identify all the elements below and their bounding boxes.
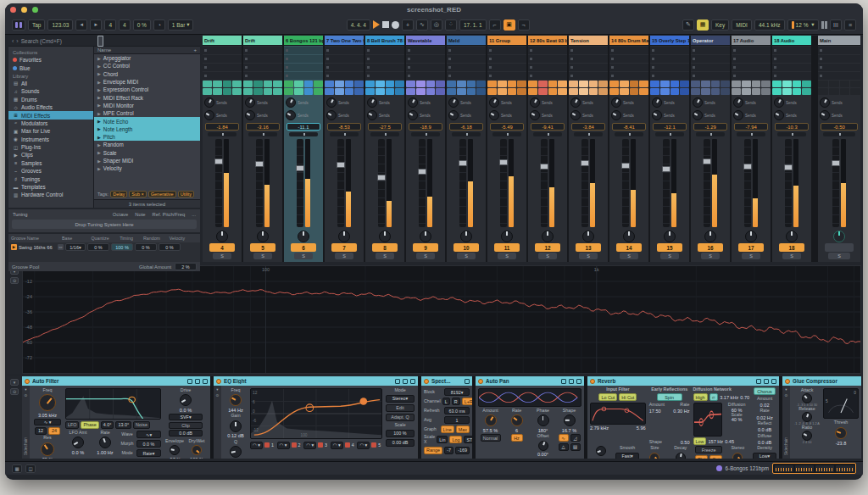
close-device-icon[interactable] bbox=[203, 379, 208, 384]
clip[interactable] bbox=[829, 81, 839, 87]
range-hi-field[interactable]: -7 bbox=[444, 447, 453, 454]
groove-name[interactable]: Swing 16ths 66 bbox=[19, 245, 56, 250]
browser-forward-icon[interactable]: › bbox=[16, 38, 18, 44]
track-header[interactable]: 11 Group bbox=[487, 36, 526, 46]
clip[interactable] bbox=[840, 81, 850, 87]
clip-slot[interactable] bbox=[284, 72, 323, 80]
track-header[interactable]: Tension bbox=[569, 36, 608, 46]
fold-device-icon[interactable]: ▾ bbox=[25, 387, 26, 392]
pan-knob[interactable] bbox=[257, 231, 269, 242]
pan-slider[interactable] bbox=[208, 132, 236, 136]
close-device-icon[interactable] bbox=[771, 379, 776, 384]
clip[interactable] bbox=[476, 88, 486, 95]
clip[interactable] bbox=[213, 88, 222, 95]
filter-freq-value[interactable]: 3.05 kHz bbox=[38, 413, 57, 418]
scale-log-button[interactable]: Log bbox=[449, 436, 462, 443]
send-knob[interactable] bbox=[820, 97, 830, 108]
pan-knob[interactable] bbox=[542, 231, 554, 242]
clip-slot[interactable] bbox=[365, 47, 404, 54]
pan-knob[interactable] bbox=[745, 231, 757, 242]
re-enable-automation-button[interactable]: ⁘ bbox=[445, 19, 457, 31]
clip-slot[interactable] bbox=[243, 72, 282, 80]
filter-freq-knob[interactable] bbox=[39, 394, 56, 411]
hot-swap-icon[interactable]: ⊙ bbox=[785, 393, 788, 398]
clip[interactable] bbox=[294, 81, 303, 87]
predelay-knob[interactable] bbox=[596, 446, 606, 456]
eq-display[interactable]: 1260-6-12 100 bbox=[250, 388, 382, 439]
send-knob[interactable] bbox=[570, 110, 581, 120]
midi-map-button[interactable]: MIDI bbox=[732, 19, 752, 31]
band-off-toggle[interactable] bbox=[318, 442, 323, 448]
track-header[interactable]: 18 Audio bbox=[772, 36, 811, 46]
expand-arrow-icon[interactable]: ▶ bbox=[97, 80, 101, 85]
clip-slot[interactable] bbox=[325, 64, 364, 71]
sidebar-item-hardware-control[interactable]: ▥Hardware Control bbox=[8, 191, 93, 198]
sidebar-item-plug-ins[interactable]: ◫Plug-Ins bbox=[8, 143, 93, 151]
clip[interactable] bbox=[264, 88, 273, 95]
phase-knob[interactable] bbox=[537, 414, 549, 426]
clip[interactable] bbox=[732, 88, 741, 95]
fader-handle[interactable] bbox=[337, 162, 345, 168]
clip[interactable] bbox=[406, 88, 415, 95]
stereo-knob[interactable] bbox=[732, 453, 743, 459]
clip[interactable] bbox=[589, 81, 598, 87]
clip[interactable] bbox=[365, 81, 375, 87]
spin-value[interactable]: 13.0° bbox=[115, 421, 131, 429]
sine-wave-icon[interactable]: ∿ bbox=[559, 434, 569, 442]
clip[interactable] bbox=[701, 81, 710, 87]
tuning-more[interactable]: ... bbox=[192, 212, 196, 217]
send-knob[interactable] bbox=[611, 110, 621, 120]
clip[interactable] bbox=[538, 88, 548, 95]
list-item[interactable]: ▶Scale bbox=[94, 149, 200, 157]
clip[interactable] bbox=[376, 81, 385, 87]
clip[interactable] bbox=[639, 88, 648, 95]
clip[interactable] bbox=[273, 88, 282, 95]
sidebar-item-samples[interactable]: ≡Samples bbox=[8, 159, 93, 167]
solo-button[interactable]: S bbox=[742, 253, 760, 259]
clip-slot[interactable] bbox=[650, 55, 689, 63]
lo-cut-toggle[interactable]: Lo Cut bbox=[598, 393, 617, 401]
browser-search-bar[interactable]: ‹ › Search (Cmd+F) bbox=[8, 36, 200, 47]
resonance-knob[interactable] bbox=[41, 442, 54, 456]
clip[interactable] bbox=[829, 88, 839, 95]
device-activator[interactable] bbox=[478, 379, 483, 384]
time-signature-numerator[interactable]: 4 bbox=[104, 19, 116, 31]
expand-arrow-icon[interactable]: ▶ bbox=[97, 71, 101, 76]
key-map-button[interactable]: Key bbox=[711, 19, 729, 31]
loop-start-field[interactable]: 17. 1. 1 bbox=[459, 19, 487, 31]
clip[interactable] bbox=[630, 81, 639, 87]
clip[interactable] bbox=[818, 81, 828, 87]
minimize-window-button[interactable] bbox=[21, 7, 27, 13]
volume-fader[interactable] bbox=[256, 139, 263, 227]
eq-edit-button[interactable]: Edit bbox=[386, 404, 415, 412]
clip-slot[interactable] bbox=[406, 47, 445, 54]
clip-slot[interactable] bbox=[243, 47, 282, 54]
link-icon[interactable]: ⊂ bbox=[709, 393, 719, 401]
decay-knob[interactable] bbox=[676, 453, 686, 459]
chorus-toggle[interactable]: Chorus bbox=[754, 387, 776, 395]
volume-value[interactable]: -3.16 bbox=[246, 123, 280, 131]
clip[interactable] bbox=[243, 88, 253, 95]
clip[interactable] bbox=[711, 88, 721, 95]
play-button[interactable] bbox=[373, 20, 380, 29]
high-shelf-toggle[interactable]: High bbox=[693, 393, 708, 401]
device-activator[interactable] bbox=[785, 379, 790, 384]
clip-slot[interactable] bbox=[406, 55, 445, 63]
clip[interactable] bbox=[203, 81, 212, 87]
nudge-down-button[interactable]: ◂ bbox=[75, 19, 87, 31]
hi-shelf-freq[interactable]: 3.17 kHz bbox=[720, 395, 738, 400]
filter-type-select[interactable]: ∿ ▾ bbox=[34, 419, 61, 425]
clip[interactable] bbox=[558, 81, 567, 87]
sidebar-item-collection[interactable]: Favorites bbox=[8, 56, 93, 64]
avg-field[interactable]: 1 bbox=[444, 416, 470, 424]
volume-fader[interactable] bbox=[785, 139, 792, 227]
sidebar-item-collection[interactable]: Blue bbox=[8, 64, 93, 71]
expand-arrow-icon[interactable]: ▶ bbox=[97, 126, 101, 131]
groove-commit-icon[interactable]: ▭ bbox=[58, 244, 64, 250]
send-knob[interactable] bbox=[733, 97, 743, 108]
solo-button[interactable]: S bbox=[701, 253, 720, 259]
clip[interactable] bbox=[284, 88, 293, 95]
smooth-select[interactable]: Fast ▾ bbox=[615, 453, 639, 459]
fader-handle[interactable] bbox=[540, 164, 548, 170]
track-activator[interactable]: 15 bbox=[657, 243, 682, 252]
